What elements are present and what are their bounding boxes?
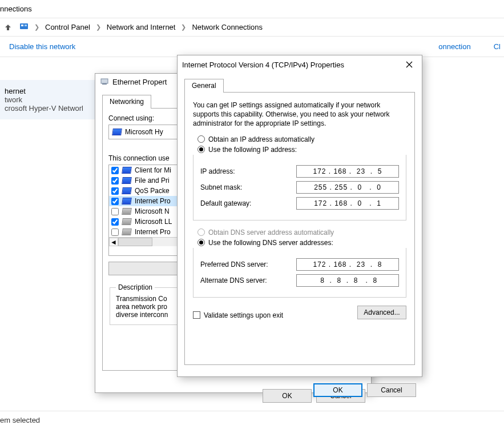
- radio-icon: [197, 146, 205, 153]
- radio-use-following-dns[interactable]: Use the following DNS server addresses:: [197, 239, 406, 247]
- disable-device-link[interactable]: Disable this network: [9, 42, 75, 51]
- ip-address-label: IP address:: [200, 167, 296, 175]
- breadcrumb-item[interactable]: Control Panel: [45, 23, 90, 31]
- preferred-dns-label: Preferred DNS server:: [200, 260, 296, 268]
- validate-settings-checkbox[interactable]: Validate settings upon exit: [193, 311, 283, 319]
- diagnose-link-truncated[interactable]: onnection: [438, 42, 470, 51]
- network-adapter-icon: [112, 129, 122, 135]
- close-icon: [406, 61, 413, 68]
- protocol-label: Internet Pro: [135, 228, 171, 236]
- window-title: nnections: [0, 0, 504, 18]
- preferred-dns-input[interactable]: [296, 258, 399, 271]
- protocol-label: Microsoft N: [135, 207, 170, 215]
- chevron-right-icon: ❯: [94, 23, 103, 31]
- chevron-right-icon: ❯: [179, 23, 188, 31]
- tab-networking[interactable]: Networking: [102, 95, 151, 109]
- cancel-button[interactable]: Cancel: [367, 383, 416, 397]
- svg-rect-1: [21, 25, 23, 26]
- protocol-checkbox[interactable]: [111, 177, 119, 185]
- ip-fields-group: IP address: Subnet mask: Default gateway…: [193, 155, 406, 220]
- default-gateway-label: Default gateway:: [200, 199, 296, 207]
- dns-fields-group: Preferred DNS server: Alternate DNS serv…: [193, 248, 406, 298]
- connection-item[interactable]: hernet twork crosoft Hyper-V Networl: [0, 80, 108, 119]
- protocol-icon: [122, 198, 132, 205]
- adapter-name: Microsoft Hy: [125, 128, 163, 136]
- scroll-thumb[interactable]: [118, 238, 152, 246]
- alternate-dns-label: Alternate DNS server:: [200, 276, 296, 284]
- protocol-icon: [122, 228, 132, 235]
- protocol-label: Client for Mi: [135, 166, 171, 174]
- protocol-label: QoS Packe: [135, 187, 170, 195]
- checkbox-icon: [193, 311, 200, 319]
- protocol-label: Internet Pro: [135, 197, 171, 205]
- radio-label: Use the following IP address:: [208, 146, 297, 154]
- connection-adapter: crosoft Hyper-V Networl: [5, 104, 103, 113]
- ethernet-icon: [100, 77, 109, 86]
- protocol-label: File and Pri: [135, 177, 170, 185]
- scroll-left-button[interactable]: ◄: [109, 238, 118, 246]
- ipv4-properties-dialog: Internet Protocol Version 4 (TCP/IPv4) P…: [177, 55, 422, 377]
- ip-address-input[interactable]: [296, 165, 399, 178]
- alternate-dns-input[interactable]: [296, 274, 399, 287]
- checkbox-label: Validate settings upon exit: [204, 311, 283, 319]
- protocol-checkbox[interactable]: [111, 167, 119, 174]
- radio-obtain-dns-auto: Obtain DNS server address automatically: [197, 228, 406, 236]
- dialog-title: Internet Protocol Version 4 (TCP/IPv4) P…: [182, 61, 344, 69]
- nav-up-button[interactable]: [3, 23, 13, 32]
- protocol-checkbox[interactable]: [111, 198, 119, 205]
- control-panel-icon: [19, 22, 29, 33]
- radio-icon: [197, 239, 205, 246]
- radio-icon: [197, 228, 205, 236]
- command-bar: Disable this network onnection Cl: [0, 37, 504, 57]
- connection-status: twork: [5, 95, 103, 104]
- radio-use-following-ip[interactable]: Use the following IP address:: [197, 146, 406, 154]
- description-legend: Description: [116, 283, 155, 291]
- tab-general[interactable]: General: [184, 79, 224, 93]
- svg-rect-4: [102, 83, 107, 85]
- subnet-mask-label: Subnet mask:: [200, 183, 296, 191]
- dialog-title: Ethernet Propert: [112, 78, 167, 86]
- toolbar-link-truncated[interactable]: Cl: [494, 42, 501, 51]
- breadcrumb-bar: ❯ Control Panel ❯ Network and Internet ❯…: [0, 18, 504, 37]
- help-text: You can get IP settings assigned automat…: [193, 101, 406, 129]
- svg-rect-2: [25, 25, 27, 26]
- radio-label: Obtain DNS server address automatically: [208, 228, 334, 236]
- protocol-checkbox[interactable]: [111, 187, 119, 195]
- arrow-up-icon: [3, 23, 13, 32]
- status-bar: em selected: [0, 411, 504, 429]
- protocol-checkbox[interactable]: [111, 218, 119, 226]
- protocol-checkbox[interactable]: [111, 208, 119, 215]
- ok-button[interactable]: OK: [313, 383, 362, 397]
- default-gateway-input[interactable]: [296, 197, 399, 210]
- protocol-icon: [122, 187, 132, 194]
- radio-label: Obtain an IP address automatically: [208, 135, 315, 143]
- protocol-icon: [122, 208, 132, 215]
- dialog-title-bar[interactable]: Internet Protocol Version 4 (TCP/IPv4) P…: [178, 55, 422, 74]
- svg-rect-3: [101, 79, 108, 83]
- breadcrumb-item[interactable]: Network Connections: [192, 23, 263, 31]
- connection-name: hernet: [5, 87, 103, 95]
- protocol-icon: [122, 177, 132, 184]
- protocol-label: Microsoft LL: [135, 218, 172, 226]
- advanced-button[interactable]: Advanced...: [357, 306, 406, 319]
- breadcrumb-item[interactable]: Network and Internet: [107, 23, 176, 31]
- protocol-icon: [122, 167, 132, 174]
- subnet-mask-input[interactable]: [296, 181, 399, 194]
- close-button[interactable]: [401, 59, 417, 70]
- radio-obtain-ip-auto[interactable]: Obtain an IP address automatically: [197, 135, 406, 143]
- protocol-checkbox[interactable]: [111, 228, 119, 236]
- chevron-right-icon: ❯: [32, 23, 42, 31]
- protocol-icon: [122, 218, 132, 225]
- radio-label: Use the following DNS server addresses:: [208, 239, 333, 247]
- radio-icon: [197, 135, 205, 143]
